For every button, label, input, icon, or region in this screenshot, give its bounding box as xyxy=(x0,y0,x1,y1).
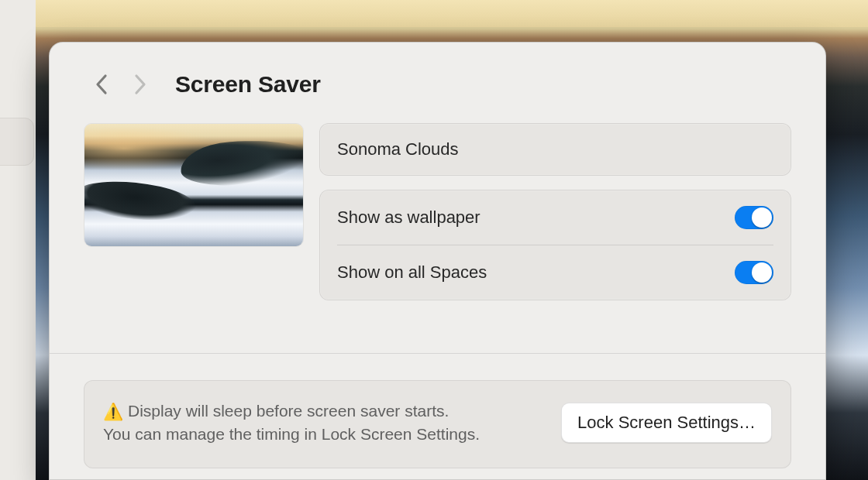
sidebar-selected-item[interactable] xyxy=(0,118,34,166)
sidebar xyxy=(0,0,36,480)
toggle-knob xyxy=(752,262,772,283)
option-show-as-wallpaper: Show as wallpaper xyxy=(320,190,790,245)
content-row: Sonoma Clouds Show as wallpaper Show on … xyxy=(50,123,825,300)
warning-line1: Display will sleep before screen saver s… xyxy=(128,402,449,420)
page-title: Screen Saver xyxy=(175,71,321,98)
option-show-on-all-spaces: Show on all Spaces xyxy=(320,245,790,300)
back-button[interactable] xyxy=(84,66,121,103)
screensaver-options-card: Show as wallpaper Show on all Spaces xyxy=(319,190,791,300)
section-divider xyxy=(50,353,825,354)
forward-button[interactable] xyxy=(121,66,158,103)
options-column: Sonoma Clouds Show as wallpaper Show on … xyxy=(319,123,791,300)
warning-icon: ⚠️ xyxy=(103,403,123,420)
toggle-knob xyxy=(752,207,772,228)
show-as-wallpaper-toggle[interactable] xyxy=(735,206,773,229)
settings-panel: Screen Saver Sonoma Clouds Show as wallp… xyxy=(49,42,826,480)
option-label: Show on all Spaces xyxy=(337,262,487,283)
chevron-right-icon xyxy=(132,73,147,96)
warning-line2: You can manage the timing in Lock Screen… xyxy=(103,425,480,443)
screensaver-thumbnail[interactable] xyxy=(84,123,304,247)
header: Screen Saver xyxy=(50,43,825,123)
lock-screen-settings-button[interactable]: Lock Screen Settings… xyxy=(561,403,772,443)
show-on-all-spaces-toggle[interactable] xyxy=(735,261,773,284)
thumbnail-image xyxy=(84,124,303,246)
chevron-left-icon xyxy=(95,73,110,96)
warning-text: ⚠️Display will sleep before screen saver… xyxy=(103,399,480,446)
screensaver-name-card[interactable]: Sonoma Clouds xyxy=(319,123,791,176)
warning-card: ⚠️Display will sleep before screen saver… xyxy=(84,380,791,468)
option-label: Show as wallpaper xyxy=(337,207,480,228)
screensaver-name: Sonoma Clouds xyxy=(337,139,459,159)
